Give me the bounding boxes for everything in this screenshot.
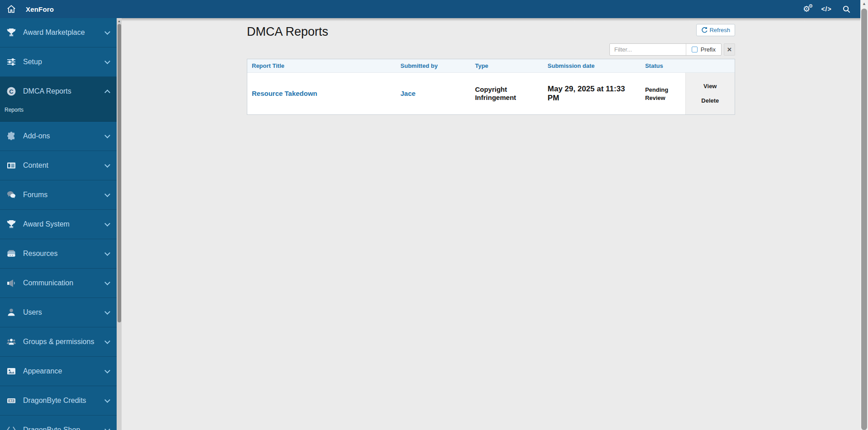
page-scrollbar-thumb[interactable] [861, 9, 867, 430]
prefix-toggle[interactable]: Prefix [686, 44, 721, 55]
dmca-reports-table: Report TitleSubmitted byTypeSubmission d… [247, 59, 735, 115]
trophy-icon [6, 28, 17, 38]
column-header-submission-date[interactable]: Submission date [543, 59, 641, 72]
page-title: DMCA Reports [247, 25, 328, 39]
chevron-down-icon [104, 338, 110, 344]
sidebar-item-groups-permissions: Groups & permissions [0, 327, 117, 357]
sidebar-item-add-ons-row[interactable]: Add-ons [0, 122, 117, 151]
archive-box-icon [6, 249, 17, 259]
filter-clear-button[interactable]: × [724, 43, 735, 56]
sidebar-item-groups-permissions-row[interactable]: Groups & permissions [0, 327, 117, 356]
chevron-down-icon [104, 132, 110, 138]
chevron-down-icon [104, 368, 110, 373]
chevron-down-icon [104, 279, 110, 285]
sidebar-item-label: Content [23, 161, 105, 170]
image-icon [6, 366, 17, 376]
sidebar-item-dragonbyte-credits: 1DragonByte Credits [0, 386, 117, 416]
home-button[interactable] [6, 4, 16, 14]
brand-title[interactable]: XenForo [26, 5, 54, 13]
gears-button[interactable]: ⚙⚙ [799, 1, 814, 17]
page-scrollbar-up-arrow-icon[interactable]: ▲ [860, 1, 868, 6]
report-type: Copyright Infringement [475, 85, 516, 101]
submitted-by-link[interactable]: Jace [401, 90, 415, 97]
code-brackets-icon [6, 425, 17, 430]
sidebar-item-label: DragonByte Shop [23, 426, 105, 430]
sidebar-scrollbar-thumb[interactable] [118, 24, 121, 322]
sidebar-submenu: Reports [0, 106, 117, 121]
prefix-checkbox[interactable] [692, 47, 698, 52]
sidebar-item-content-row[interactable]: Content [0, 151, 117, 180]
puzzle-icon [6, 131, 17, 141]
sidebar-item-award-marketplace-row[interactable]: Award Marketplace [0, 18, 117, 47]
sidebar-item-resources: Resources [0, 239, 117, 269]
svg-text:1: 1 [10, 399, 12, 402]
column-header-submitted-by[interactable]: Submitted by [396, 59, 471, 72]
prefix-label: Prefix [701, 46, 716, 53]
user-icon [6, 307, 17, 317]
chevron-down-icon [104, 191, 110, 197]
report-title-link[interactable]: Resource Takedown [252, 90, 317, 97]
action-delete-link[interactable]: Delete [701, 97, 719, 104]
sidebar-item-communication: Communication [0, 269, 117, 298]
top-navbar: XenForo ⚙⚙</> [0, 0, 860, 18]
action-view-link[interactable]: View [703, 83, 717, 90]
close-icon: × [727, 46, 732, 53]
sidebar-item-users-row[interactable]: Users [0, 298, 117, 327]
trophy-icon [6, 219, 17, 229]
sidebar-item-appearance: Appearance [0, 357, 117, 386]
newspaper-icon [6, 161, 17, 170]
refresh-button-label: Refresh [709, 27, 730, 33]
sidebar-item-forums-row[interactable]: Forums [0, 180, 117, 209]
chevron-down-icon [104, 426, 110, 430]
chevron-up-icon [104, 90, 110, 95]
refresh-button[interactable]: Refresh [696, 24, 735, 36]
search-icon [842, 5, 851, 14]
banknote-icon: 1 [6, 396, 17, 406]
column-header-actions [685, 59, 735, 72]
sidebar-item-dragonbyte-shop: DragonByte Shop [0, 416, 117, 430]
sidebar-item-award-system-row[interactable]: Award System [0, 210, 117, 239]
sidebar-item-appearance-row[interactable]: Appearance [0, 357, 117, 386]
sidebar-item-label: DragonByte Credits [23, 397, 105, 405]
table-header-row: Report TitleSubmitted byTypeSubmission d… [247, 59, 735, 72]
page-scrollbar[interactable]: ▲ [860, 0, 868, 430]
chat-bubbles-icon [6, 190, 17, 200]
megaphone-icon [6, 278, 17, 288]
sidebar-item-add-ons: Add-ons [0, 122, 117, 151]
sidebar-item-resources-row[interactable]: Resources [0, 239, 117, 268]
sidebar-subitem-reports[interactable]: Reports [5, 106, 112, 114]
sidebar-item-award-system: Award System [0, 210, 117, 239]
sidebar-item-communication-row[interactable]: Communication [0, 269, 117, 298]
sidebar-scrollbar[interactable]: ▲ [117, 18, 122, 430]
filter-input[interactable] [610, 44, 686, 55]
status-text: Pending Review [645, 86, 668, 101]
chevron-down-icon [104, 58, 110, 64]
sidebar-item-setup: Setup [0, 47, 117, 77]
sidebar-item-users: Users [0, 298, 117, 327]
column-header-report-title[interactable]: Report Title [247, 59, 396, 72]
sliders-icon [6, 57, 17, 67]
column-header-type[interactable]: Type [471, 59, 543, 72]
sidebar-item-label: Appearance [23, 367, 105, 375]
sidebar: Award MarketplaceSetupCDMCA ReportsRepor… [0, 18, 117, 430]
chevron-down-icon [104, 397, 110, 403]
main-content: DMCA Reports Refresh Prefix × Report Ti [122, 18, 860, 430]
sidebar-item-dragonbyte-credits-row[interactable]: 1DragonByte Credits [0, 386, 117, 415]
search-button[interactable] [839, 1, 854, 17]
filter-group: Prefix [609, 43, 722, 56]
chevron-down-icon [104, 162, 110, 168]
chevron-down-icon [104, 29, 110, 35]
sidebar-scrollbar-up-arrow-icon[interactable]: ▲ [117, 19, 122, 24]
navbar-right-icons: ⚙⚙</> [794, 1, 854, 17]
sidebar-item-dmca-reports: CDMCA ReportsReports [0, 77, 117, 122]
column-header-status[interactable]: Status [641, 59, 685, 72]
sidebar-item-label: Resources [23, 250, 105, 258]
sidebar-item-dmca-reports-row[interactable]: CDMCA Reports [0, 77, 117, 106]
refresh-icon [701, 27, 708, 33]
copyright-icon: C [6, 86, 17, 96]
sidebar-item-dragonbyte-shop-row[interactable]: DragonByte Shop [0, 416, 117, 430]
sidebar-item-label: Setup [23, 58, 105, 66]
sidebar-item-setup-row[interactable]: Setup [0, 47, 117, 76]
submission-date: May 29, 2025 at 11:33 PM [547, 85, 625, 102]
code-button[interactable]: </> [819, 1, 834, 17]
